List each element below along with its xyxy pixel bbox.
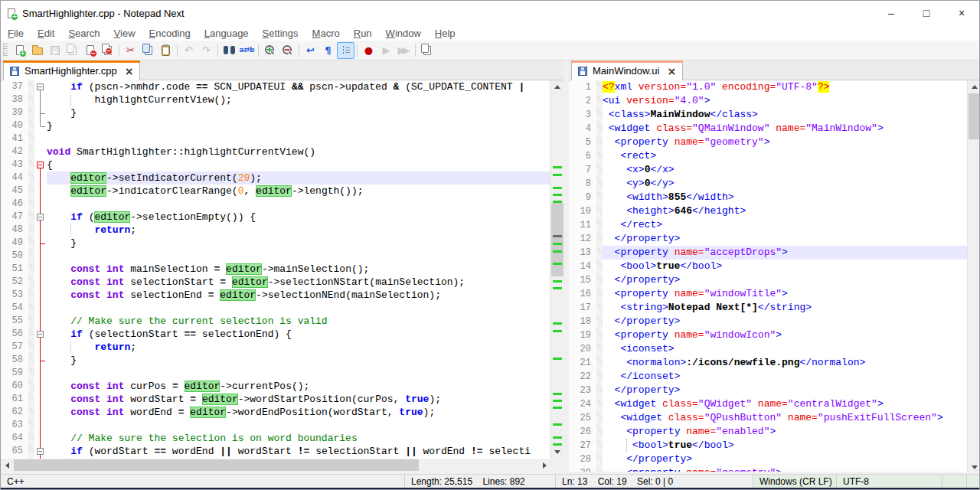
line-number[interactable]: 58 <box>1 354 28 367</box>
code-text[interactable]: <property name="enabled"> <box>603 425 968 439</box>
maximize-button[interactable]: □ <box>909 1 944 25</box>
code-text[interactable]: <property name="acceptDrops"> <box>603 246 968 260</box>
bookmark-margin[interactable] <box>596 397 603 411</box>
code-text[interactable]: </property> <box>603 452 968 466</box>
code-text[interactable] <box>47 132 551 145</box>
code-text[interactable]: <string>Notepad Next[*]</string> <box>603 301 968 315</box>
menu-settings[interactable]: Settings <box>256 28 305 39</box>
fold-margin[interactable] <box>34 80 47 93</box>
line-number[interactable]: 19 <box>569 328 596 342</box>
code-text[interactable]: </property> <box>603 273 968 287</box>
bookmark-margin[interactable] <box>28 328 34 341</box>
bookmark-margin[interactable] <box>596 342 603 356</box>
line-number[interactable]: 61 <box>1 393 28 406</box>
code-text[interactable] <box>47 198 551 211</box>
indent-guides-button[interactable] <box>337 42 354 59</box>
open-file-button[interactable] <box>28 42 46 59</box>
fold-margin[interactable] <box>34 185 47 198</box>
line-number[interactable]: 43 <box>1 158 28 172</box>
bookmark-margin[interactable] <box>596 370 603 384</box>
resize-grip[interactable] <box>967 475 980 488</box>
code-text[interactable]: return; <box>47 341 551 354</box>
bookmark-margin[interactable] <box>596 439 603 452</box>
line-number[interactable]: 41 <box>1 132 28 145</box>
line-number[interactable]: 10 <box>569 204 596 218</box>
bookmark-margin[interactable] <box>596 287 603 301</box>
minimize-button[interactable]: – <box>874 1 909 25</box>
cut-button[interactable]: ✂ <box>122 42 139 59</box>
code-text[interactable] <box>47 302 551 315</box>
code-text[interactable]: const int curPos = editor->currentPos(); <box>47 380 551 393</box>
bookmark-margin[interactable] <box>596 149 603 163</box>
line-number[interactable]: 48 <box>1 224 28 237</box>
bookmark-margin[interactable] <box>596 177 603 191</box>
fold-margin[interactable] <box>34 380 47 393</box>
fold-margin[interactable] <box>34 445 47 458</box>
line-number[interactable]: 55 <box>1 315 28 328</box>
code-text[interactable]: { <box>47 158 551 172</box>
line-number[interactable]: 64 <box>1 432 28 445</box>
code-text[interactable]: // Make sure the current selection is va… <box>47 315 551 328</box>
code-text[interactable]: <widget class="QWidget" name="centralWid… <box>603 397 968 411</box>
line-number[interactable]: 56 <box>1 328 28 341</box>
code-text[interactable]: <ui version="4.0"> <box>603 94 968 108</box>
code-text[interactable]: <?xml version="1.0" encoding="UTF-8"?> <box>603 80 968 94</box>
menu-view[interactable]: View <box>107 28 142 39</box>
scroll-up-button[interactable] <box>968 80 980 93</box>
code-text[interactable]: if (selectionStart == selectionEnd) { <box>47 328 551 341</box>
fold-margin[interactable] <box>34 276 47 289</box>
code-text[interactable]: <normalon>:/icons/newfile.png</normalon> <box>603 356 968 370</box>
line-number[interactable]: 62 <box>1 406 28 419</box>
line-number[interactable]: 53 <box>1 289 28 302</box>
fold-margin[interactable] <box>34 237 47 250</box>
bookmark-margin[interactable] <box>596 163 603 177</box>
bookmark-margin[interactable] <box>28 106 34 119</box>
bookmark-margin[interactable] <box>28 393 34 406</box>
bookmark-margin[interactable] <box>28 119 34 132</box>
bookmark-margin[interactable] <box>596 218 603 232</box>
close-all-button[interactable] <box>99 42 116 59</box>
code-text[interactable]: <property name="windowIcon"> <box>603 328 968 342</box>
line-number[interactable]: 59 <box>1 367 28 380</box>
line-number[interactable]: 25 <box>569 411 596 425</box>
line-number[interactable]: 65 <box>1 445 28 458</box>
fold-marker[interactable] <box>37 162 44 168</box>
scroll-up-button[interactable] <box>550 80 564 93</box>
fold-marker[interactable] <box>37 331 44 338</box>
bookmark-margin[interactable] <box>28 276 34 289</box>
line-number[interactable]: 17 <box>569 301 596 315</box>
code-text[interactable]: <class>MainWindow</class> <box>603 108 968 122</box>
new-file-button[interactable] <box>11 42 28 59</box>
vertical-scrollbar-right[interactable] <box>967 80 980 474</box>
bookmark-margin[interactable] <box>596 273 603 287</box>
line-number[interactable]: 28 <box>569 452 596 466</box>
menu-edit[interactable]: Edit <box>31 28 61 39</box>
status-eol-format[interactable]: Windows (CR LF) <box>753 475 837 488</box>
bookmark-margin[interactable] <box>596 232 603 246</box>
code-text[interactable]: </property> <box>603 315 968 328</box>
bookmark-margin[interactable] <box>28 237 34 250</box>
paste-button[interactable] <box>157 42 175 59</box>
bookmark-margin[interactable] <box>596 246 603 260</box>
fold-margin[interactable] <box>34 302 47 315</box>
bookmark-margin[interactable] <box>28 419 34 432</box>
bookmark-margin[interactable] <box>596 136 603 149</box>
code-text[interactable]: </property> <box>603 232 968 246</box>
line-number[interactable]: 6 <box>569 149 596 163</box>
menu-window[interactable]: Window <box>379 28 428 39</box>
line-number[interactable]: 24 <box>569 397 596 411</box>
code-text[interactable]: editor->indicatorClearRange(0, editor->l… <box>47 185 551 198</box>
fold-margin[interactable] <box>34 119 47 132</box>
line-number[interactable]: 4 <box>569 122 596 136</box>
scrollbar-thumb[interactable] <box>551 203 564 276</box>
status-encoding[interactable]: UTF-8 <box>837 475 942 488</box>
line-number[interactable]: 22 <box>569 370 596 384</box>
scroll-down-button[interactable] <box>550 446 564 459</box>
bookmark-margin[interactable] <box>28 367 34 380</box>
bookmark-margin[interactable] <box>596 328 603 342</box>
bookmark-margin[interactable] <box>596 425 603 439</box>
fold-margin[interactable] <box>34 328 47 341</box>
fold-marker[interactable] <box>37 83 44 90</box>
code-text[interactable]: </rect> <box>603 218 968 232</box>
menu-help[interactable]: Help <box>428 28 462 39</box>
